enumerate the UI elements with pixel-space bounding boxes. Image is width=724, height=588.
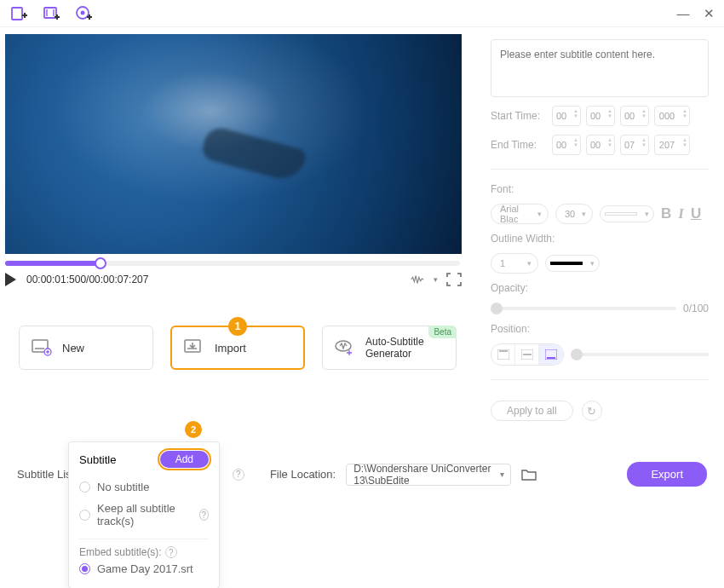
svg-rect-21: [499, 350, 508, 352]
end-hour-input[interactable]: ▲▼: [552, 135, 581, 155]
font-color-select[interactable]: [600, 205, 654, 222]
font-label: Font:: [491, 183, 709, 195]
outline-label: Outline Width:: [491, 233, 709, 245]
subtitle-popup: Subtitle Add No subtitle Keep all subtit…: [68, 441, 220, 588]
export-button[interactable]: Export: [627, 462, 707, 487]
beta-badge: Beta: [428, 326, 457, 338]
timeline-knob[interactable]: [95, 257, 106, 269]
waveform-chevron-icon[interactable]: ▾: [434, 275, 438, 284]
start-ms-input[interactable]: ▲▼: [654, 106, 690, 126]
embed-help-icon[interactable]: ?: [165, 546, 177, 558]
opacity-label: Opacity:: [491, 282, 709, 294]
svg-rect-3: [44, 8, 56, 18]
end-sec-input[interactable]: ▲▼: [620, 135, 649, 155]
file-location-label: File Location:: [270, 468, 336, 481]
svg-rect-25: [547, 357, 555, 359]
end-time-label: End Time:: [491, 139, 547, 151]
opacity-slider[interactable]: [491, 307, 676, 310]
video-frame: [5, 34, 462, 254]
svg-rect-7: [56, 14, 58, 20]
position-top-icon[interactable]: [491, 344, 515, 365]
timecode-display: 00:00:01:500/00:00:07:207: [26, 274, 148, 285]
subtitle-list-help-icon[interactable]: ?: [233, 469, 244, 481]
new-label: New: [62, 342, 84, 355]
record-icon[interactable]: [73, 3, 94, 24]
open-folder-icon[interactable]: [521, 468, 537, 481]
svg-rect-11: [89, 14, 90, 20]
keep-tracks-help-icon[interactable]: ?: [199, 509, 209, 521]
svg-rect-23: [523, 354, 532, 355]
timeline-progress: [5, 261, 101, 266]
position-label: Position:: [491, 323, 709, 335]
end-ms-input[interactable]: ▲▼: [654, 135, 690, 155]
auto-subtitle-label: Auto-Subtitle Generator: [365, 336, 444, 360]
waveform-icon[interactable]: [410, 273, 425, 286]
close-button[interactable]: ✕: [702, 7, 715, 20]
popup-title: Subtitle: [79, 453, 116, 466]
add-clip-icon[interactable]: [41, 3, 61, 24]
file-location-select[interactable]: D:\Wondershare UniConverter 13\SubEdite: [346, 464, 511, 486]
position-preset-group: [491, 343, 564, 366]
embed-label: Embed subtitle(s):?: [79, 546, 209, 558]
timeline-scrubber[interactable]: [5, 261, 460, 266]
start-hour-input[interactable]: ▲▼: [552, 106, 581, 126]
start-min-input[interactable]: ▲▼: [586, 106, 615, 126]
new-subtitle-button[interactable]: New: [19, 326, 153, 370]
position-middle-icon[interactable]: [515, 344, 539, 365]
left-panel: 00:00:01:500/00:00:07:207 ▾ New 1 Import…: [0, 27, 484, 428]
keep-tracks-option[interactable]: Keep all subtitle track(s)?: [79, 498, 209, 532]
video-preview[interactable]: [5, 34, 462, 254]
svg-point-9: [81, 10, 85, 14]
step-badge-1: 1: [228, 317, 247, 336]
add-subtitle-button[interactable]: Add: [160, 451, 209, 468]
fullscreen-icon[interactable]: [446, 273, 462, 286]
font-size-select[interactable]: 30: [555, 204, 593, 224]
play-button[interactable]: [5, 273, 16, 286]
bold-button[interactable]: B: [661, 205, 671, 222]
position-bottom-icon[interactable]: [539, 344, 563, 365]
title-bar: — ✕: [0, 0, 724, 27]
start-sec-input[interactable]: ▲▼: [620, 106, 649, 126]
auto-subtitle-button[interactable]: Beta Auto-Subtitle Generator: [322, 326, 457, 370]
add-media-icon[interactable]: [9, 3, 29, 24]
svg-rect-2: [24, 13, 26, 18]
import-label: Import: [215, 342, 246, 355]
step-badge-2: 2: [185, 421, 202, 438]
import-subtitle-button[interactable]: 1 Import: [170, 326, 305, 370]
font-family-select[interactable]: Arial Blac: [491, 204, 549, 224]
minimize-button[interactable]: —: [676, 7, 690, 20]
reset-button[interactable]: ↻: [582, 401, 602, 421]
underline-button[interactable]: U: [691, 205, 701, 222]
start-time-label: Start Time:: [491, 110, 547, 122]
no-subtitle-option[interactable]: No subtitle: [79, 476, 209, 498]
embed-item-option[interactable]: Game Day 2017.srt: [79, 558, 209, 579]
player-controls: 00:00:01:500/00:00:07:207 ▾: [5, 273, 462, 286]
apply-all-button[interactable]: Apply to all: [491, 401, 573, 421]
italic-button[interactable]: I: [678, 205, 684, 222]
position-slider[interactable]: [571, 353, 709, 356]
outline-color-select[interactable]: [545, 255, 600, 272]
opacity-value: 0/100: [683, 303, 709, 314]
subtitle-properties-panel: Start Time: ▲▼ ▲▼ ▲▼ ▲▼ End Time: ▲▼ ▲▼ …: [484, 27, 724, 428]
outline-width-select[interactable]: 1: [491, 253, 538, 274]
subtitle-text-input[interactable]: [491, 39, 709, 97]
end-min-input[interactable]: ▲▼: [586, 135, 615, 155]
svg-rect-0: [12, 8, 22, 20]
